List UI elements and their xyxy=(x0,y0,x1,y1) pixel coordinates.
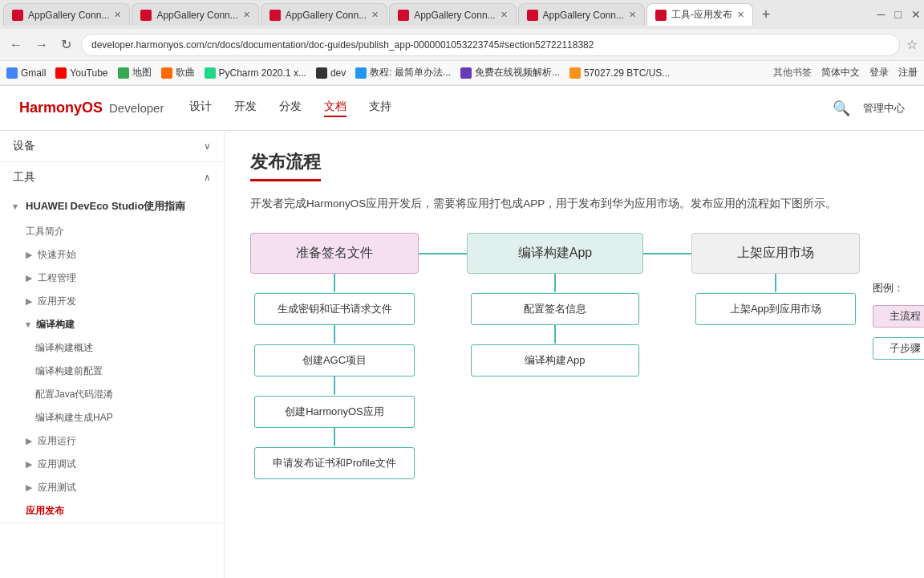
flow-header-row: 准备签名文件 编译构建App 上架应用市场 xyxy=(250,233,860,274)
flow-body: 生成密钥和证书请求文件 创建AGC项目 创建HarmonyOS应用 申请发布证书… xyxy=(250,274,860,479)
tab-1[interactable]: AppGallery Conn... ✕ xyxy=(3,3,130,26)
sidebar-item-deveco[interactable]: ▾ HUAWEI DevEco Studio使用指南 xyxy=(0,193,224,220)
bookmark-label-pycharm: PyCharm 2020.1 x... xyxy=(219,67,306,79)
sidebar-item-app-run[interactable]: ▶ 应用运行 xyxy=(0,429,224,453)
tab-close-4[interactable]: ✕ xyxy=(500,10,508,20)
tab-close-5[interactable]: ✕ xyxy=(629,10,636,20)
h-line-2 xyxy=(643,253,691,254)
expand-project-icon: ▶ xyxy=(26,273,32,283)
tab-favicon-6 xyxy=(655,10,667,21)
sidebar-item-compile-preconfig-label: 编译构建前配置 xyxy=(35,365,103,377)
chevron-devices-icon: ∨ xyxy=(204,140,211,152)
tab-4[interactable]: AppGallery Conn... ✕ xyxy=(389,3,516,26)
svg-marker-3 xyxy=(334,336,335,344)
refresh-button[interactable]: ↻ xyxy=(58,34,75,55)
tab-2[interactable]: AppGallery Conn... ✕ xyxy=(132,3,258,26)
sidebar-section-label-tools: 工具 xyxy=(13,170,35,185)
legend-box-sub: 子步骤 xyxy=(873,337,924,360)
legend-box-main: 主流程 xyxy=(873,305,924,328)
sidebar-item-quickstart[interactable]: ▶ 快速开始 xyxy=(0,243,224,267)
register-link-top[interactable]: 注册 xyxy=(898,66,918,79)
sidebar-item-compile[interactable]: ▾ 编译构建 xyxy=(0,313,224,336)
sidebar-section-tools: 工具 ∧ ▾ HUAWEI DevEco Studio使用指南 工具简介 ▶ 快… xyxy=(0,162,224,523)
sidebar-item-appdev-label: 应用开发 xyxy=(38,295,76,307)
maximize-button[interactable]: □ xyxy=(895,8,902,21)
bookmark-favicon-youtube xyxy=(55,67,67,79)
flow-step-col2-1: 编译构建App xyxy=(471,344,639,377)
arrow-col1-2 xyxy=(334,377,335,396)
tab-label-6: 工具-应用发布 xyxy=(671,8,732,22)
forward-button[interactable]: → xyxy=(32,35,51,55)
sidebar-item-app-debug[interactable]: ▶ 应用调试 xyxy=(0,453,224,476)
tab-close-6[interactable]: ✕ xyxy=(737,10,744,20)
svg-marker-7 xyxy=(334,439,335,447)
sidebar-item-app-dev[interactable]: ▶ 应用开发 xyxy=(0,290,224,313)
bookmark-music[interactable]: 歌曲 xyxy=(161,66,195,79)
expand-compile-icon: ▾ xyxy=(26,320,30,329)
arrow-col2-0 xyxy=(554,274,556,293)
sidebar-item-compile-label: 编译构建 xyxy=(36,319,75,330)
login-link-top[interactable]: 登录 xyxy=(869,66,889,79)
bookmark-pycharm[interactable]: PyCharm 2020.1 x... xyxy=(205,67,306,79)
arrow-col2-1 xyxy=(554,325,556,344)
bookmark-gmail[interactable]: Gmail xyxy=(6,67,46,79)
bookmark-map[interactable]: 地图 xyxy=(118,66,152,79)
bookmark-dev[interactable]: dev xyxy=(316,67,346,79)
nav-distribute[interactable]: 分发 xyxy=(279,100,302,117)
lang-selector-top[interactable]: 简体中文 xyxy=(821,66,860,79)
svg-marker-11 xyxy=(554,336,556,344)
sidebar-section-header-tools[interactable]: 工具 ∧ xyxy=(0,162,224,193)
flow-col2: 配置签名信息 编译构建App xyxy=(467,274,643,377)
tab-favicon-5 xyxy=(527,10,538,21)
sidebar-item-app-publish[interactable]: 应用发布 xyxy=(0,499,224,523)
bookmark-btc[interactable]: 57027.29 BTC/US... xyxy=(569,67,670,79)
minimize-button[interactable]: ─ xyxy=(877,8,886,21)
main-layout: 设备 ∨ 工具 ∧ ▾ HUAWEI DevEco Studio使用指南 工具简… xyxy=(0,131,924,578)
nav-develop[interactable]: 开发 xyxy=(234,100,257,117)
content-wrapper: 发布流程 开发者完成HarmonyOS应用开发后，需要将应用打包成APP，用于发… xyxy=(250,150,898,479)
sidebar-item-app-test[interactable]: ▶ 应用测试 xyxy=(0,476,224,499)
tab-3[interactable]: AppGallery Conn... ✕ xyxy=(261,3,387,26)
sidebar-section-header-devices[interactable]: 设备 ∨ xyxy=(0,131,224,161)
tab-favicon-3 xyxy=(270,10,281,21)
address-input[interactable] xyxy=(81,34,900,56)
tab-close-3[interactable]: ✕ xyxy=(371,10,379,20)
sidebar-item-compile-hap-label: 编译构建生成HAP xyxy=(35,412,113,423)
nav-design[interactable]: 设计 xyxy=(189,100,212,117)
tab-6-active[interactable]: 工具-应用发布 ✕ xyxy=(646,3,753,26)
bookmark-favicon-gmail xyxy=(6,67,18,79)
bookmark-label-gmail: Gmail xyxy=(21,67,46,79)
bookmark-favicon-pycharm xyxy=(205,67,216,79)
tab-5[interactable]: AppGallery Conn... ✕ xyxy=(518,3,645,26)
back-button[interactable]: ← xyxy=(6,35,26,55)
sidebar-item-tool-intro[interactable]: 工具简介 xyxy=(0,220,224,243)
sidebar-item-java-obfuscate[interactable]: 配置Java代码混淆 xyxy=(0,383,224,406)
arrow-col3-0 xyxy=(775,274,776,293)
arrow-col1-3 xyxy=(334,428,335,447)
tab-close-2[interactable]: ✕ xyxy=(243,10,250,20)
sidebar-section-label-devices: 设备 xyxy=(13,139,35,153)
more-bookmarks[interactable]: 其他书签 xyxy=(773,66,812,79)
site-logo[interactable]: HarmonyOS Developer xyxy=(19,100,164,116)
management-center-link[interactable]: 管理中心 xyxy=(863,101,905,116)
sidebar-item-compile-preconfig[interactable]: 编译构建前配置 xyxy=(0,360,224,383)
legend: 图例： 主流程 子步骤 xyxy=(873,233,924,360)
bookmark-label-music: 歌曲 xyxy=(176,66,195,79)
tab-close-1[interactable]: ✕ xyxy=(114,10,121,20)
sidebar-item-compile-overview[interactable]: 编译构建概述 xyxy=(0,336,224,360)
flow-step-col1-1: 创建AGC项目 xyxy=(254,344,415,377)
sidebar-item-compile-hap[interactable]: 编译构建生成HAP xyxy=(0,406,224,429)
bookmark-star-icon[interactable]: ☆ xyxy=(906,37,918,52)
bookmark-label-vid: 免费在线视频解析... xyxy=(475,66,560,79)
new-tab-button[interactable]: + xyxy=(755,3,777,26)
nav-support[interactable]: 支持 xyxy=(369,100,391,117)
flow-header-col3: 上架应用市场 xyxy=(691,233,860,274)
bookmark-edu[interactable]: 教程: 最简单办法... xyxy=(355,66,451,79)
arrow-col1-1 xyxy=(334,325,335,344)
bookmark-vid[interactable]: 免费在线视频解析... xyxy=(460,66,560,79)
close-button[interactable]: ✕ xyxy=(911,8,921,21)
bookmark-youtube[interactable]: YouTube xyxy=(55,67,107,79)
sidebar-item-project-mgmt[interactable]: ▶ 工程管理 xyxy=(0,267,224,290)
search-icon[interactable]: 🔍 xyxy=(833,100,850,117)
nav-docs[interactable]: 文档 xyxy=(324,100,346,117)
